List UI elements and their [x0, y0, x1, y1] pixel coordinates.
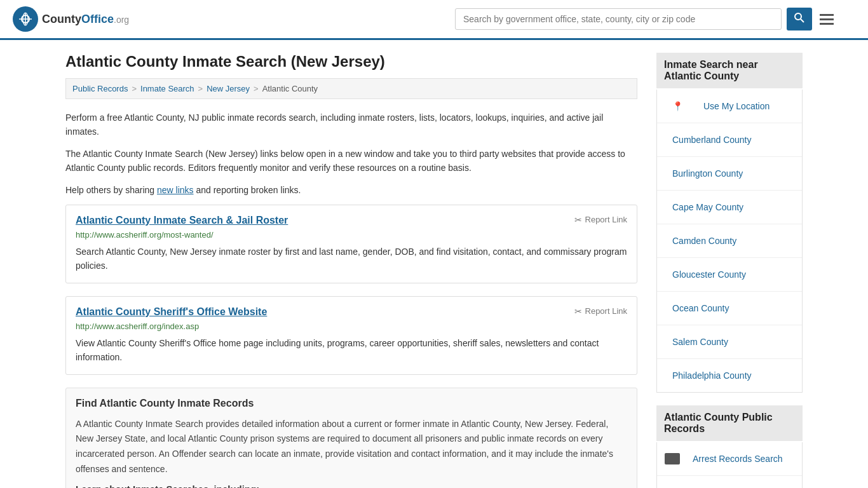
- public-record-0[interactable]: Arrest Records Search: [657, 442, 802, 476]
- intro-paragraph-2: The Atlantic County Inmate Search (New J…: [65, 147, 637, 175]
- result-card-2: Atlantic County Sheriff's Office Website…: [65, 296, 637, 375]
- section-title: Find Atlantic County Inmate Records: [76, 398, 627, 409]
- intro-paragraph-1: Perform a free Atlantic County, NJ publi…: [65, 111, 637, 139]
- use-my-location-item[interactable]: 📍 Use My Location: [657, 90, 802, 123]
- location-pin-icon: 📍: [665, 95, 691, 117]
- result-desc-1: Search Atlantic County, New Jersey inmat…: [76, 245, 627, 273]
- breadcrumb: Public Records > Inmate Search > New Jer…: [65, 78, 637, 99]
- section-subheading: Learn about Inmate Searches, including:: [76, 484, 627, 488]
- result-title-2[interactable]: Atlantic County Sheriff's Office Website: [76, 306, 267, 318]
- sidebar: Inmate Search near Atlantic County 📍 Use…: [656, 53, 803, 488]
- nearby-county-0[interactable]: Cumberland County: [657, 123, 802, 157]
- breadcrumb-public-records[interactable]: Public Records: [72, 84, 128, 93]
- nearby-county-4[interactable]: Gloucester County: [657, 258, 802, 292]
- nearby-section-title: Inmate Search near Atlantic County: [656, 53, 803, 88]
- nearby-counties-list: 📍 Use My Location Cumberland County Burl…: [656, 90, 803, 393]
- nearby-county-2[interactable]: Cape May County: [657, 191, 802, 224]
- logo[interactable]: CountyOffice.org: [13, 6, 129, 32]
- report-link-2[interactable]: ✂ Report Link: [574, 306, 627, 316]
- result-card-1: Atlantic County Inmate Search & Jail Ros…: [65, 205, 637, 283]
- report-icon-1: ✂: [574, 215, 582, 225]
- section-paragraph-1: A Atlantic County Inmate Search provides…: [76, 417, 627, 477]
- public-records-list: Arrest Records Search 🏛 Court Records Se…: [656, 442, 803, 488]
- svg-line-6: [801, 19, 804, 22]
- result-title-1[interactable]: Atlantic County Inmate Search & Jail Ros…: [76, 215, 288, 226]
- breadcrumb-atlantic-county: Atlantic County: [262, 84, 318, 93]
- result-desc-2: View Atlantic County Sheriff's Office ho…: [76, 336, 627, 365]
- nearby-county-7[interactable]: Philadelphia County: [657, 359, 802, 392]
- report-icon-2: ✂: [574, 306, 582, 316]
- public-records-section-title: Atlantic County Public Records: [656, 405, 803, 441]
- nearby-section: Inmate Search near Atlantic County 📍 Use…: [656, 53, 803, 393]
- hamburger-menu-button[interactable]: [817, 11, 836, 27]
- nearby-county-5[interactable]: Ocean County: [657, 292, 802, 325]
- nearby-county-3[interactable]: Camden County: [657, 224, 802, 258]
- intro-paragraph-3: Help others by sharing new links and rep…: [65, 183, 637, 197]
- search-input[interactable]: [455, 8, 782, 30]
- report-link-1[interactable]: ✂ Report Link: [574, 215, 627, 225]
- result-url-1[interactable]: http://www.acsheriff.org/most-wanted/: [76, 230, 627, 240]
- arrest-records-icon: [665, 453, 680, 464]
- breadcrumb-inmate-search[interactable]: Inmate Search: [140, 84, 194, 93]
- public-record-1[interactable]: 🏛 Court Records Search: [657, 476, 802, 488]
- breadcrumb-new-jersey[interactable]: New Jersey: [207, 84, 250, 93]
- search-button[interactable]: [787, 8, 812, 30]
- use-location-label: Use My Location: [696, 95, 777, 117]
- nearby-county-1[interactable]: Burlington County: [657, 157, 802, 191]
- find-records-section: Find Atlantic County Inmate Records A At…: [65, 388, 637, 488]
- logo-icon: [13, 6, 38, 32]
- logo-wordmark: CountyOffice.org: [42, 13, 129, 26]
- svg-point-5: [795, 13, 801, 20]
- nearby-county-6[interactable]: Salem County: [657, 325, 802, 359]
- result-url-2[interactable]: http://www.acsheriff.org/index.asp: [76, 322, 627, 331]
- public-records-section: Atlantic County Public Records Arrest Re…: [656, 405, 803, 488]
- new-links-link[interactable]: new links: [157, 185, 194, 195]
- page-title: Atlantic County Inmate Search (New Jerse…: [65, 53, 637, 71]
